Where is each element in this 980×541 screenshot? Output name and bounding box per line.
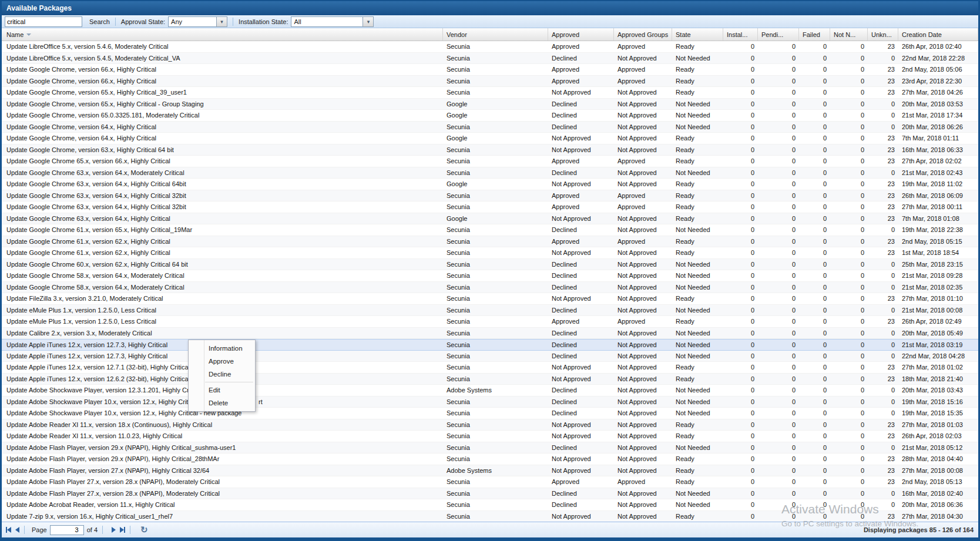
table-row[interactable]: Update Google Chrome 63.x, version 64.x,… [2,213,978,225]
column-header-creation-date[interactable]: Creation Date [898,28,978,41]
chevron-down-icon[interactable]: ▾ [363,16,374,27]
table-row[interactable]: Update Adobe Flash Player, version 29.x … [2,442,978,454]
cell-approved-groups: Not Approved [614,352,672,359]
table-row[interactable]: Update Adobe Acrobat Reader, version 11.… [2,499,978,511]
installation-state-dropdown[interactable]: All ▾ [291,16,374,27]
table-row[interactable]: Update LibreOffice 5.x, version 5.4.5, M… [2,53,978,65]
table-row[interactable]: Update Google Chrome, version 64.x, High… [2,133,978,145]
cell-unknown: 0 [868,284,898,291]
table-row[interactable]: Update Google Chrome, version 66.x, High… [2,64,978,76]
last-page-button[interactable] [120,525,125,535]
column-header-installed[interactable]: Instal... [723,28,758,41]
cell-pending: 0 [758,112,799,119]
table-row[interactable]: Update Google Chrome 63.x, version 64.x,… [2,201,978,213]
cell-installed: 0 [723,78,758,85]
column-header-not-needed[interactable]: Not N... [830,28,868,41]
table-row[interactable]: Update Adobe Flash Player, version 27.x … [2,465,978,477]
search-button[interactable]: Search [89,18,110,25]
table-row[interactable]: Update Google Chrome, version 64.x, High… [2,122,978,133]
table-row[interactable]: Update Calibre 2.x, version 3.x, Moderat… [2,328,978,340]
cell-approved: Declined [548,409,614,416]
column-header-label: Pendi... [761,31,783,38]
cell-approved: Approved [548,157,614,164]
cell-pending: 0 [758,226,799,233]
table-row[interactable]: Update FileZilla 3.x, version 3.21.0, Mo… [2,293,978,305]
cell-name: Update Adobe Acrobat Reader, version 11.… [2,501,443,508]
column-header-unknown[interactable]: Unkn... [868,28,898,41]
table-row[interactable]: Update Google Chrome 61.x, version 65.x,… [2,224,978,236]
table-row[interactable]: Update Adobe Shockwave Player 10.x, vers… [2,408,978,419]
cell-approved-groups: Not Approved [614,341,672,348]
table-row[interactable]: Update Apple iTunes 12.x, version 12.7.3… [2,339,978,351]
cell-failed: 0 [799,238,830,245]
cell-installed: 0 [723,284,758,291]
cell-approved: Not Approved [548,89,614,96]
table-row[interactable]: Update Google Chrome 58.x, version 64.x,… [2,282,978,294]
menu-item-information[interactable]: Information [189,342,255,355]
table-row[interactable]: Update Google Chrome 63.x, version 64.x,… [2,179,978,190]
column-header-approved[interactable]: Approved [548,28,614,41]
table-row[interactable]: Update Apple iTunes 12.x, version 12.7.1… [2,362,978,374]
page-number-input[interactable] [50,525,84,535]
column-header-approved-groups[interactable]: Approved Groups [614,28,672,41]
cell-failed: 0 [799,284,830,291]
table-row[interactable]: Update Google Chrome, version 66.x, High… [2,76,978,88]
column-header-name[interactable]: Name [2,28,443,41]
refresh-icon[interactable]: ↻ [140,525,148,535]
column-header-pending[interactable]: Pendi... [758,28,799,41]
table-row[interactable]: Update Apple iTunes 12.x, version 12.7.3… [2,351,978,362]
table-row[interactable]: Update Adobe Flash Player 27.x, version … [2,488,978,500]
table-row[interactable]: Update Google Chrome 65.x, version 66.x,… [2,156,978,167]
table-row[interactable]: Update Google Chrome 63.x, version 64.x,… [2,167,978,179]
table-row[interactable]: Update LibreOffice 5.x, version 5.4.6, M… [2,41,978,53]
cell-name: Update Google Chrome, version 65.0.3325.… [2,112,443,119]
cell-not-needed: 0 [830,490,868,497]
menu-item-approve[interactable]: Approve [189,355,255,368]
table-row[interactable]: Update Google Chrome 58.x, version 64.x,… [2,270,978,282]
table-row[interactable]: Update eMule Plus 1.x, version 1.2.5.0, … [2,305,978,317]
cell-approved-groups: Not Approved [614,135,672,142]
column-header-state[interactable]: State [672,28,723,41]
cell-not-needed: 0 [830,272,868,279]
cell-creation-date: 16th Mar, 2018 06:33 [898,146,978,153]
cell-approved: Declined [548,341,614,348]
cell-name: Update Google Chrome 60.x, version 62.x,… [2,261,443,268]
grid-body: Update LibreOffice 5.x, version 5.4.6, M… [2,41,978,522]
first-page-button[interactable] [6,525,11,535]
table-row[interactable]: Update Adobe Shockwave Player 10.x, vers… [2,396,978,408]
previous-page-button[interactable] [15,525,19,535]
menu-item-decline[interactable]: Decline [189,368,255,381]
cell-failed: 0 [799,421,830,428]
table-row[interactable]: Update Adobe Flash Player, version 29.x … [2,453,978,465]
table-row[interactable]: Update Apple iTunes 12.x, version 12.6.2… [2,374,978,385]
table-row[interactable]: Update Google Chrome 60.x, version 62.x,… [2,259,978,271]
table-row[interactable]: Update Google Chrome, version 65.x, High… [2,99,978,110]
menu-item-delete[interactable]: Delete [189,396,255,409]
chevron-down-icon[interactable]: ▾ [216,16,227,27]
cell-pending: 0 [758,364,799,371]
context-menu: InformationApproveDeclineEditDelete [188,340,256,412]
table-row[interactable]: Update Google Chrome, version 65.x, High… [2,87,978,99]
menu-item-edit[interactable]: Edit [189,384,255,396]
cell-approved-groups: Approved [614,43,672,50]
table-row[interactable]: Update Google Chrome, version 63.x, High… [2,145,978,156]
table-row[interactable]: Update Adobe Reader XI 11.x, version 11.… [2,431,978,442]
cell-unknown: 23 [868,66,898,73]
table-row[interactable]: Update Google Chrome, version 65.0.3325.… [2,110,978,122]
toolbar: Search Approval State: Any ▾ Installatio… [2,15,978,28]
cell-state: Not Needed [672,490,723,497]
table-row[interactable]: Update eMule Plus 1.x, version 1.2.5.0, … [2,316,978,328]
cell-approved: Declined [548,307,614,314]
table-row[interactable]: Update Google Chrome 61.x, version 62.x,… [2,236,978,248]
table-row[interactable]: Update Adobe Reader XI 11.x, version 18.… [2,419,978,431]
next-page-button[interactable] [112,525,116,535]
table-row[interactable]: Update Adobe Flash Player 27.x, version … [2,476,978,488]
approval-state-dropdown[interactable]: Any ▾ [168,16,227,27]
column-header-failed[interactable]: Failed [799,28,830,41]
table-row[interactable]: Update Google Chrome 63.x, version 64.x,… [2,190,978,202]
column-header-vendor[interactable]: Vendor [443,28,548,41]
table-row[interactable]: Update Google Chrome 61.x, version 62.x,… [2,247,978,259]
table-row[interactable]: Update Adobe Shockwave Player, version 1… [2,385,978,396]
table-row[interactable]: Update 7-zip 9.x, version 16.x, Highly C… [2,511,978,523]
search-input[interactable] [5,16,82,27]
